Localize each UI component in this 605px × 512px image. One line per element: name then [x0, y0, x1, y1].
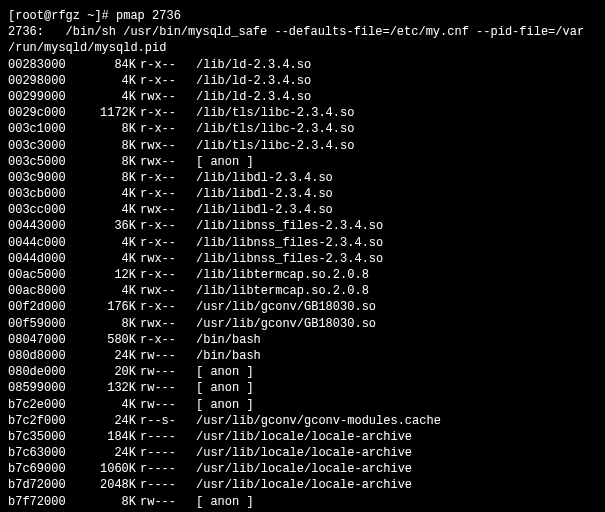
path: [ anon ] [196, 154, 254, 170]
address: 003c5000 [8, 154, 80, 170]
size: 8K [80, 138, 140, 154]
permissions: rwx-- [140, 316, 196, 332]
path: /lib/tls/libc-2.3.4.so [196, 121, 354, 137]
permissions: rw--- [140, 494, 196, 510]
size: 184K [80, 429, 140, 445]
path: /usr/lib/gconv/GB18030.so [196, 299, 376, 315]
pmap-row: 003c30008Krwx--/lib/tls/libc-2.3.4.so [8, 138, 597, 154]
path: /lib/tls/libc-2.3.4.so [196, 138, 354, 154]
size: 1172K [80, 105, 140, 121]
address: b7c63000 [8, 445, 80, 461]
size: 36K [80, 218, 140, 234]
pmap-row: b7c690001060Kr----/usr/lib/locale/locale… [8, 461, 597, 477]
size: 8K [80, 121, 140, 137]
address: 00283000 [8, 57, 80, 73]
path: /lib/ld-2.3.4.so [196, 89, 311, 105]
permissions: rwx-- [140, 202, 196, 218]
path: /usr/lib/locale/locale-archive [196, 477, 412, 493]
size: 176K [80, 299, 140, 315]
permissions: r-x-- [140, 170, 196, 186]
size: 24K [80, 445, 140, 461]
permissions: r---- [140, 461, 196, 477]
pmap-row: 08047000580Kr-x--/bin/bash [8, 332, 597, 348]
pmap-rows: 0028300084Kr-x--/lib/ld-2.3.4.so00298000… [8, 57, 597, 512]
permissions: r---- [140, 445, 196, 461]
address: 00298000 [8, 73, 80, 89]
path: [ anon ] [196, 494, 254, 510]
pmap-row: 002980004Kr-x--/lib/ld-2.3.4.so [8, 73, 597, 89]
size: 580K [80, 332, 140, 348]
address: 0029c000 [8, 105, 80, 121]
size: 4K [80, 202, 140, 218]
address: b7c2e000 [8, 397, 80, 413]
pmap-row: b7c35000184Kr----/usr/lib/locale/locale-… [8, 429, 597, 445]
address: 08047000 [8, 332, 80, 348]
address: 003cc000 [8, 202, 80, 218]
permissions: r-x-- [140, 57, 196, 73]
path: /usr/lib/locale/locale-archive [196, 429, 412, 445]
size: 4K [80, 251, 140, 267]
path: [ anon ] [196, 397, 254, 413]
address: b7c69000 [8, 461, 80, 477]
permissions: r-x-- [140, 267, 196, 283]
shell-prompt[interactable]: [root@rfgz ~]# pmap 2736 [8, 8, 597, 24]
permissions: r-x-- [140, 235, 196, 251]
permissions: r-x-- [140, 332, 196, 348]
address: 00f59000 [8, 316, 80, 332]
address: 080d8000 [8, 348, 80, 364]
pmap-row: 002990004Krwx--/lib/ld-2.3.4.so [8, 89, 597, 105]
path: /lib/libtermcap.so.2.0.8 [196, 267, 369, 283]
size: 12K [80, 267, 140, 283]
address: 00299000 [8, 89, 80, 105]
pmap-row: 003cc0004Krwx--/lib/libdl-2.3.4.so [8, 202, 597, 218]
permissions: r-x-- [140, 105, 196, 121]
permissions: rwx-- [140, 251, 196, 267]
address: b7f72000 [8, 494, 80, 510]
permissions: rw--- [140, 364, 196, 380]
size: 8K [80, 154, 140, 170]
path: /lib/libdl-2.3.4.so [196, 186, 333, 202]
address: 0044c000 [8, 235, 80, 251]
size: 20K [80, 364, 140, 380]
size: 4K [80, 89, 140, 105]
permissions: rwx-- [140, 154, 196, 170]
pmap-row: 00f2d000176Kr-x--/usr/lib/gconv/GB18030.… [8, 299, 597, 315]
path: /lib/libdl-2.3.4.so [196, 202, 333, 218]
pmap-row: b7f720008Krw--- [ anon ] [8, 494, 597, 510]
pmap-row: 08599000132Krw--- [ anon ] [8, 380, 597, 396]
path: /lib/libnss_files-2.3.4.so [196, 251, 383, 267]
path: /lib/ld-2.3.4.so [196, 57, 311, 73]
pmap-row: 080d800024Krw---/bin/bash [8, 348, 597, 364]
size: 24K [80, 413, 140, 429]
pmap-row: 003c50008Krwx-- [ anon ] [8, 154, 597, 170]
path: /lib/libdl-2.3.4.so [196, 170, 333, 186]
pmap-row: 0044d0004Krwx--/lib/libnss_files-2.3.4.s… [8, 251, 597, 267]
address: 00ac8000 [8, 283, 80, 299]
permissions: r-x-- [140, 299, 196, 315]
pmap-row: 003cb0004Kr-x--/lib/libdl-2.3.4.so [8, 186, 597, 202]
address: 080de000 [8, 364, 80, 380]
size: 4K [80, 283, 140, 299]
path: /lib/libnss_files-2.3.4.so [196, 235, 383, 251]
pmap-row: 0029c0001172Kr-x--/lib/tls/libc-2.3.4.so [8, 105, 597, 121]
pmap-row: b7c2e0004Krw--- [ anon ] [8, 397, 597, 413]
address: b7c35000 [8, 429, 80, 445]
path: /usr/lib/locale/locale-archive [196, 445, 412, 461]
pmap-header-line2: /run/mysqld/mysqld.pid [8, 40, 597, 56]
address: 00ac5000 [8, 267, 80, 283]
pmap-row: b7c6300024Kr----/usr/lib/locale/locale-a… [8, 445, 597, 461]
size: 4K [80, 73, 140, 89]
size: 1060K [80, 461, 140, 477]
address: 00f2d000 [8, 299, 80, 315]
address: 003cb000 [8, 186, 80, 202]
path: /usr/lib/gconv/GB18030.so [196, 316, 376, 332]
path: /bin/bash [196, 332, 261, 348]
permissions: rw--- [140, 348, 196, 364]
pmap-row: 080de00020Krw--- [ anon ] [8, 364, 597, 380]
pmap-row: b7d720002048Kr----/usr/lib/locale/locale… [8, 477, 597, 493]
path: [ anon ] [196, 364, 254, 380]
pmap-row: 00ac500012Kr-x--/lib/libtermcap.so.2.0.8 [8, 267, 597, 283]
size: 132K [80, 380, 140, 396]
path: /lib/libnss_files-2.3.4.so [196, 218, 383, 234]
address: b7d72000 [8, 477, 80, 493]
